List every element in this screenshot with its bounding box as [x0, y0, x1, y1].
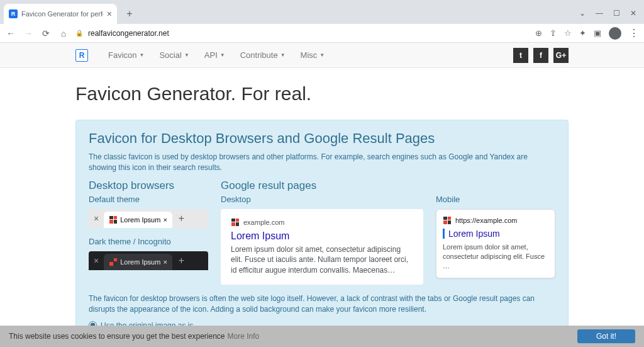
profile-avatar[interactable]	[609, 27, 621, 40]
g-url-text: example.com	[243, 219, 284, 226]
back-button[interactable]: ←	[5, 28, 16, 38]
site-logo[interactable]: R	[75, 49, 88, 62]
preview-tab-light: Lorem Ipsum ×	[104, 212, 172, 228]
preview-favicon-icon	[109, 215, 118, 224]
m-url-text: https://example.com	[455, 217, 517, 224]
google-desktop-heading: Desktop	[221, 195, 423, 204]
dark-theme-heading: Dark theme / Incognito	[89, 237, 208, 246]
preview-tabstrip-dark: × Lorem Ipsum × +	[89, 251, 208, 270]
address-bar[interactable]: 🔒 realfavicongenerator.net	[75, 29, 529, 38]
gplus-icon[interactable]: G+	[553, 48, 569, 63]
nav-api[interactable]: API▼	[197, 50, 233, 60]
page-title: Favicon Generator. For real.	[75, 83, 569, 105]
bookmark-icon[interactable]: ☆	[564, 28, 572, 38]
preview-tab-title-dark: Lorem Ipsum	[120, 258, 160, 266]
facebook-icon[interactable]: f	[533, 48, 548, 63]
extensions-icon[interactable]: ✦	[579, 28, 586, 38]
cookie-banner: This website uses cookies to ensure you …	[0, 326, 644, 347]
preview-favicon-icon-dark	[109, 258, 118, 266]
preview-tabstrip-light: × Lorem Ipsum × +	[89, 209, 208, 228]
google-mobile-preview: https://example.com Lorem Ipsum Lorem ip…	[436, 209, 555, 278]
g-result-desc: Lorem ipsum dolor sit amet, consectetur …	[231, 244, 413, 276]
nav-social[interactable]: Social▼	[152, 50, 196, 60]
google-pages-heading: Google result pages	[221, 179, 423, 192]
preview-plus-icon-dark: +	[172, 255, 191, 266]
cookie-more-link[interactable]: More Info	[228, 332, 260, 341]
panel1-intro: The classic favicon is used by desktop b…	[89, 152, 555, 173]
chrome-toolbar: ← → ⟳ ⌂ 🔒 realfavicongenerator.net ⊕ ⇪ ☆…	[0, 24, 644, 43]
new-tab-button[interactable]: +	[122, 6, 137, 21]
reload-button[interactable]: ⟳	[40, 28, 52, 38]
nav-contribute[interactable]: Contribute▼	[233, 50, 293, 60]
preview-plus-icon: +	[172, 213, 191, 224]
m-result-title: Lorem Ipsum	[443, 229, 548, 239]
preview-tab-close-icon-dark: ×	[163, 258, 167, 266]
desktop-browsers-heading: Desktop browsers	[89, 179, 208, 192]
page-viewport[interactable]: R Favicon▼ Social▼ API▼ Contribute▼ Misc…	[0, 43, 644, 347]
browser-tab[interactable]: R Favicon Generator for perfect ico ×	[4, 4, 117, 24]
preview-tab-dark: Lorem Ipsum ×	[104, 254, 172, 270]
tab-title: Favicon Generator for perfect ico	[21, 10, 103, 18]
window-controls: ⌄ — ☐ ✕	[579, 9, 644, 24]
window-dropdown-icon[interactable]: ⌄	[579, 9, 586, 18]
g-favicon-icon	[231, 218, 240, 227]
preview-tab-close-icon: ×	[163, 216, 167, 224]
twitter-icon[interactable]: t	[513, 48, 528, 63]
default-theme-heading: Default theme	[89, 195, 208, 204]
nav-favicon[interactable]: Favicon▼	[101, 50, 152, 60]
apps-icon[interactable]: ▣	[594, 28, 601, 38]
window-maximize-icon[interactable]: ☐	[613, 9, 620, 18]
panel1-note: The favicon for desktop browsers is ofte…	[89, 293, 555, 315]
g-result-title: Lorem Ipsum	[231, 230, 413, 242]
google-mobile-heading: Mobile	[436, 195, 555, 204]
window-close-icon[interactable]: ✕	[630, 9, 636, 18]
preview-close-icon: ×	[89, 213, 104, 224]
zoom-icon[interactable]: ⊕	[535, 28, 542, 38]
forward-button[interactable]: →	[23, 28, 34, 38]
panel1-title: Favicon for Desktop Browsers and Google …	[89, 130, 555, 147]
window-minimize-icon[interactable]: —	[596, 9, 603, 18]
m-result-desc: Lorem ipsum dolor sit amet, consectetur …	[443, 242, 548, 271]
panel-desktop-favicon: Favicon for Desktop Browsers and Google …	[75, 120, 569, 347]
share-icon[interactable]: ⇪	[550, 28, 557, 38]
nav-misc[interactable]: Misc▼	[293, 50, 333, 60]
cookie-accept-button[interactable]: Got it!	[577, 329, 635, 343]
tab-close-icon[interactable]: ×	[107, 9, 112, 19]
url-text: realfavicongenerator.net	[88, 29, 169, 38]
chrome-tab-strip: R Favicon Generator for perfect ico × + …	[0, 0, 644, 24]
menu-icon[interactable]: ⋮	[629, 27, 639, 39]
home-button[interactable]: ⌂	[58, 28, 69, 38]
preview-tab-title: Lorem Ipsum	[120, 216, 160, 224]
lock-icon: 🔒	[75, 30, 83, 37]
cookie-text: This website uses cookies to ensure you …	[9, 332, 225, 341]
preview-close-icon-dark: ×	[89, 256, 104, 266]
google-desktop-preview: example.com Lorem Ipsum Lorem ipsum dolo…	[221, 209, 423, 285]
site-navbar: R Favicon▼ Social▼ API▼ Contribute▼ Misc…	[0, 43, 644, 68]
m-favicon-icon	[443, 216, 452, 225]
tab-favicon: R	[9, 9, 18, 18]
